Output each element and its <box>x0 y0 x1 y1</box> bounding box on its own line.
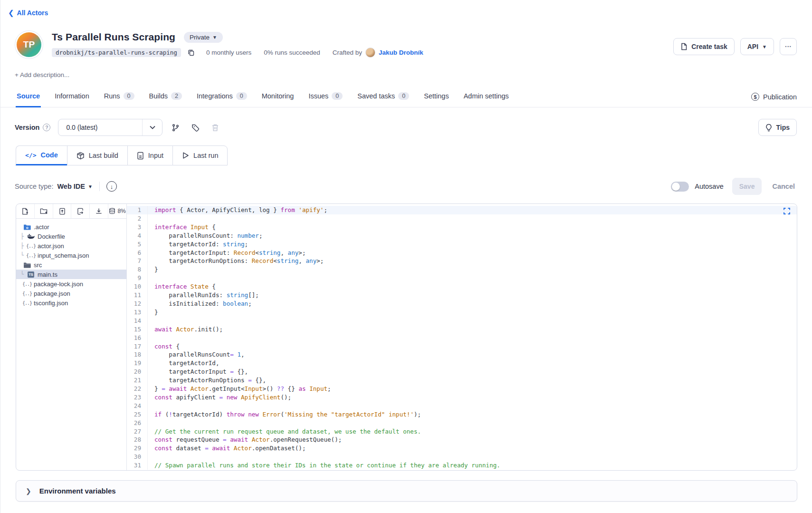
git-branch-icon[interactable] <box>167 119 183 136</box>
folder-actor-icon <box>23 224 31 230</box>
code-line: 28const requestQueue = await Actor.openR… <box>127 436 797 444</box>
tab-saved-tasks[interactable]: Saved tasks0 <box>356 89 410 107</box>
autosave-toggle[interactable] <box>671 182 689 192</box>
tab-label: Monitoring <box>262 92 294 100</box>
stat-runs-succeeded: 0% runs succeeded <box>264 49 320 56</box>
tab-label: Source <box>17 92 40 100</box>
tab-count-badge: 0 <box>332 92 343 100</box>
tab-information[interactable]: Information <box>54 89 90 107</box>
download-files-button[interactable] <box>90 204 108 218</box>
crafted-by-label: Crafted by <box>333 49 362 56</box>
line-content <box>148 419 158 427</box>
code-line: 10interface State { <box>127 282 797 291</box>
file-tree-item-src[interactable]: src <box>16 260 126 270</box>
code-line: 24 <box>127 402 797 410</box>
api-dropdown-button[interactable]: API ▼ <box>740 38 774 55</box>
visibility-label: Private <box>190 34 210 41</box>
json-icon: {..} <box>27 253 35 258</box>
line-content: const apifyClient = new ApifyClient(); <box>148 393 291 402</box>
file-tree-item-input-schema-json[interactable]: └{..}input_schema.json <box>16 251 126 260</box>
code-line: 23const apifyClient = new ApifyClient(); <box>127 393 797 402</box>
breadcrumb-label: All Actors <box>17 9 48 17</box>
code-editor[interactable]: 1import { Actor, ApifyClient, log } from… <box>127 204 797 470</box>
tab-builds[interactable]: Builds2 <box>148 89 183 107</box>
code-line: 31// Spawn parallel runs and store their… <box>127 461 797 470</box>
line-number: 22 <box>127 385 148 393</box>
file-name: package.json <box>34 290 70 297</box>
file-tree-item-main-ts[interactable]: └TSmain.ts <box>16 270 126 279</box>
file-panel: 8% .actor├Dockerfile├{..}actor.json└{..}… <box>16 204 127 470</box>
tab-integrations[interactable]: Integrations0 <box>196 89 248 107</box>
save-button[interactable]: Save <box>732 178 762 195</box>
create-task-button[interactable]: Create task <box>673 38 735 55</box>
chevron-right-icon: ❯ <box>26 487 31 495</box>
subtab-last-run[interactable]: Last run <box>172 145 228 165</box>
chevron-down-icon: ▼ <box>88 184 93 189</box>
author-link[interactable]: Jakub Drobník <box>379 49 423 56</box>
file-name: package-lock.json <box>34 281 83 288</box>
tab-admin-settings[interactable]: Admin settings <box>463 89 510 107</box>
tab-issues[interactable]: Issues0 <box>307 89 344 107</box>
actor-avatar: TP <box>17 32 41 57</box>
line-number: 15 <box>127 325 148 334</box>
line-content: targetActorRunOptions: Record<string, an… <box>148 257 324 265</box>
source-type-select[interactable]: Web IDE ▼ <box>57 183 92 190</box>
download-source-icon[interactable]: ↓ <box>106 181 117 192</box>
tips-label: Tips <box>776 124 790 131</box>
tag-icon[interactable] <box>187 119 203 136</box>
tab-monitoring[interactable]: Monitoring <box>261 89 295 107</box>
file-tree-item-package-json[interactable]: {..}package.json <box>16 289 126 298</box>
line-content: await Actor.init(); <box>148 325 223 334</box>
breadcrumb-all-actors[interactable]: ❮ All Actors <box>8 9 48 17</box>
lightbulb-icon <box>765 124 772 132</box>
copy-icon[interactable] <box>188 49 195 56</box>
fullscreen-icon[interactable] <box>783 208 790 214</box>
tab-runs[interactable]: Runs0 <box>103 89 135 107</box>
tab-source[interactable]: Source <box>16 89 41 107</box>
line-number: 31 <box>127 461 148 470</box>
help-icon[interactable]: ? <box>43 124 50 131</box>
new-folder-button[interactable] <box>35 204 53 218</box>
more-actions-button[interactable]: ··· <box>780 38 797 55</box>
create-task-label: Create task <box>691 43 727 50</box>
cancel-button[interactable]: Cancel <box>770 183 797 190</box>
delete-version-icon <box>207 119 223 136</box>
file-tree-item-actor-json[interactable]: ├{..}actor.json <box>16 241 126 251</box>
subtab-input[interactable]: Input <box>127 145 173 165</box>
visibility-dropdown[interactable]: Private ▼ <box>184 32 223 43</box>
file-tree-item--actor[interactable]: .actor <box>16 222 126 232</box>
line-content <box>148 214 158 223</box>
environment-variables-title: Environment variables <box>39 487 116 495</box>
file-tree-item-dockerfile[interactable]: ├Dockerfile <box>16 232 126 241</box>
line-content: parallelRunIds: string[]; <box>148 291 259 300</box>
code-line: 26 <box>127 419 797 427</box>
line-content: targetActorInput = {}, <box>148 368 248 376</box>
line-number: 6 <box>127 249 148 257</box>
storage-usage-value: 8% <box>117 208 125 214</box>
add-description-link[interactable]: + Add description... <box>15 71 69 78</box>
upload-file-button[interactable] <box>53 204 72 218</box>
main-tabs: SourceInformationRuns0Builds2Integration… <box>0 89 812 107</box>
line-number: 24 <box>127 402 148 410</box>
line-content: parallelRunsCount: number; <box>148 232 262 240</box>
line-content: } <box>148 308 158 317</box>
file-tree-item-package-lock-json[interactable]: {..}package-lock.json <box>16 279 126 289</box>
code-icon: </> <box>25 152 36 159</box>
tab-publication[interactable]: $ Publication <box>751 90 797 107</box>
author-avatar <box>365 48 375 58</box>
line-content <box>148 274 158 282</box>
version-select[interactable]: 0.0 (latest) <box>58 119 162 136</box>
chevron-left-icon: ❮ <box>8 9 14 17</box>
tips-button[interactable]: Tips <box>758 119 797 136</box>
avatar-initials: TP <box>23 39 35 50</box>
subtab-code[interactable]: </> Code <box>16 145 67 165</box>
tab-settings[interactable]: Settings <box>423 89 449 107</box>
new-file-button[interactable] <box>16 204 35 218</box>
rename-file-button[interactable] <box>71 204 90 218</box>
subtab-last-build[interactable]: Last build <box>67 145 128 165</box>
divider <box>99 182 100 191</box>
line-number: 14 <box>127 317 148 325</box>
line-number: 25 <box>127 410 148 419</box>
environment-variables-section[interactable]: ❯ Environment variables <box>16 480 797 502</box>
file-tree-item-tsconfig-json[interactable]: {..}tsconfig.json <box>16 298 126 308</box>
